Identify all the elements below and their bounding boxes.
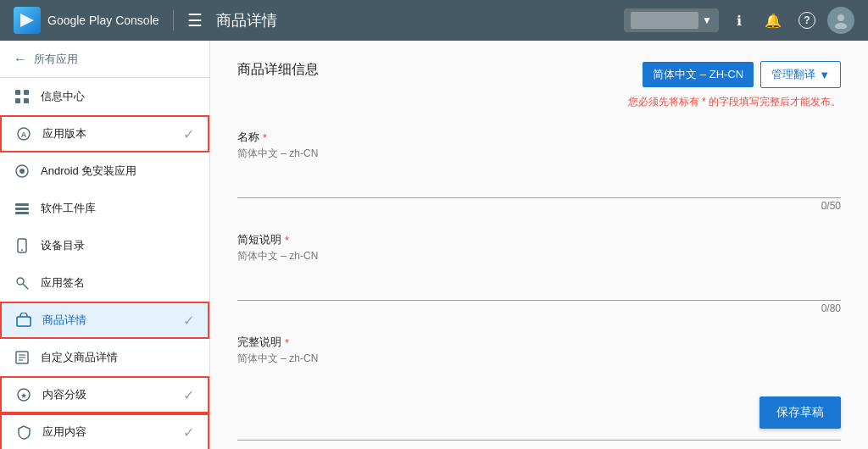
check-icon: ✓ [183,387,194,403]
check-icon: ✓ [183,424,194,441]
sidebar-item-label: 信息中心 [41,89,196,104]
short-desc-input-wrapper [237,270,841,301]
name-input[interactable] [237,168,841,198]
full-desc-field-section: 完整说明 * 简体中文 – zh-CN [237,335,841,443]
key-icon [14,274,31,291]
svg-rect-6 [24,98,29,103]
short-desc-char-count: 0/80 [237,302,841,314]
info-button[interactable]: ℹ [726,7,753,34]
sidebar-item-device-catalog[interactable]: 设备目录 [0,227,209,264]
short-desc-label-text: 简短说明 [237,232,281,247]
sidebar-item-app-signing[interactable]: 应用签名 [0,264,209,302]
manage-translation-button[interactable]: 管理翻译 ▼ [760,61,841,88]
help-icon: ? [798,12,815,29]
name-char-count: 0/50 [237,200,841,212]
sidebar-item-app-content[interactable]: 应用内容 ✓ [0,413,209,449]
svg-line-17 [23,284,28,289]
app-selector-dropdown[interactable]: ▼ [624,8,719,32]
sidebar-item-label: Android 免安装应用 [41,164,196,179]
name-required-star: * [263,131,267,144]
svg-rect-18 [17,317,31,326]
sidebar: ← 所有应用 信息中心 A 应用版本 ✓ Android 免安装应用 [0,41,210,449]
sidebar-back-button[interactable]: ← 所有应用 [0,41,209,78]
language-button[interactable]: 简体中文 – ZH-CN [643,62,754,87]
svg-point-15 [21,249,23,251]
svg-point-1 [837,14,844,21]
sidebar-item-content-rating[interactable]: ★ 内容分级 ✓ [0,376,209,413]
svg-rect-11 [15,203,29,206]
short-desc-input[interactable] [237,270,841,301]
sidebar-item-label: 应用内容 [42,424,173,440]
logo: Google Play Console [14,7,159,34]
full-desc-required-star: * [285,336,289,349]
full-desc-label-text: 完整说明 [237,335,281,350]
content-title: 商品详细信息 [237,61,319,79]
sidebar-item-label: 软件工件库 [41,201,196,216]
check-icon: ✓ [183,313,194,329]
back-icon: ← [14,52,27,67]
content-header: 商品详细信息 简体中文 – ZH-CN 管理翻译 ▼ [237,61,841,88]
sidebar-item-label: 商品详情 [42,313,173,328]
svg-rect-5 [15,98,20,103]
header-divider [173,10,174,30]
device-icon [14,237,31,254]
sidebar-item-app-version[interactable]: A 应用版本 ✓ [0,115,209,152]
language-label: 简体中文 – ZH-CN [653,67,743,82]
help-button[interactable]: ? [793,7,821,34]
name-input-wrapper [237,168,841,198]
android-icon [14,163,31,180]
short-desc-field-section: 简短说明 * 简体中文 – zh-CN 0/80 [237,232,841,314]
sidebar-item-label: 应用签名 [41,275,196,291]
required-note-suffix: 的字段填写完整后才能发布。 [706,96,841,108]
save-draft-button[interactable]: 保存草稿 [760,396,841,429]
content-header-right: 简体中文 – ZH-CN 管理翻译 ▼ [643,61,841,88]
avatar[interactable] [827,7,854,34]
app-version-icon: A [15,125,32,142]
sidebar-item-software-lib[interactable]: 软件工件库 [0,190,209,227]
sidebar-item-android-instant[interactable]: Android 免安装应用 [0,152,209,190]
grid-icon [14,88,31,105]
short-desc-sublabel: 简体中文 – zh-CN [237,249,841,263]
svg-rect-13 [15,212,29,214]
sidebar-item-custom-listing[interactable]: 自定义商品详情 [0,339,209,376]
svg-point-10 [19,169,25,174]
svg-rect-12 [15,208,29,210]
sidebar-item-label: 内容分级 [42,387,173,402]
sidebar-item-label: 自定义商品详情 [41,350,196,365]
check-icon: ✓ [183,126,194,142]
menu-icon[interactable]: ☰ [187,10,203,30]
manage-label: 管理翻译 [771,67,815,82]
main-layout: ← 所有应用 信息中心 A 应用版本 ✓ Android 免安装应用 [0,41,868,449]
sidebar-item-label: 应用版本 [42,126,173,141]
page-title: 商品详情 [216,10,625,30]
notifications-button[interactable]: 🔔 [760,7,787,34]
info-icon: ℹ [737,13,742,29]
custom-listing-icon [14,349,31,366]
library-icon [14,200,31,217]
svg-text:★: ★ [20,391,27,400]
shield-icon [15,424,32,441]
svg-point-2 [835,23,847,29]
full-desc-input[interactable] [237,373,841,441]
full-desc-input-wrapper [237,373,841,443]
sidebar-back-label: 所有应用 [34,52,78,67]
sidebar-item-store-listing[interactable]: 商品详情 ✓ [0,302,209,339]
sidebar-item-info-center[interactable]: 信息中心 [0,78,209,115]
chevron-down-icon: ▼ [819,69,830,81]
required-note: 您必须先将标有 * 的字段填写完整后才能发布。 [237,95,841,109]
rating-icon: ★ [15,386,32,403]
svg-rect-3 [15,90,20,95]
header-right: ▼ ℹ 🔔 ? [624,7,854,34]
store-icon [15,312,32,329]
full-desc-label: 完整说明 * [237,335,841,350]
svg-rect-4 [24,90,29,95]
full-desc-sublabel: 简体中文 – zh-CN [237,352,841,366]
svg-text:A: A [21,130,27,139]
short-desc-label: 简短说明 * [237,232,841,247]
sidebar-item-label: 设备目录 [41,238,196,253]
chevron-down-icon: ▼ [702,14,712,26]
content-area: 商品详细信息 简体中文 – ZH-CN 管理翻译 ▼ 您必须先将标有 * 的字段… [210,41,868,449]
svg-marker-0 [20,14,34,27]
bell-icon: 🔔 [765,13,782,29]
name-field-section: 名称 * 简体中文 – zh-CN 0/50 [237,130,841,212]
